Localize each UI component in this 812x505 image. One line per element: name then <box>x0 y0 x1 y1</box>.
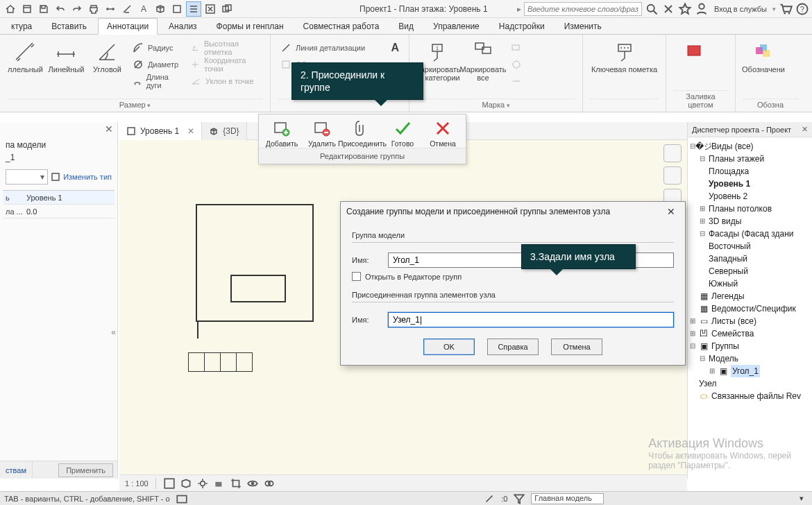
hide-isolate-icon[interactable] <box>246 477 259 490</box>
group-cancel-button[interactable]: Отмена <box>423 119 463 148</box>
group-add-button[interactable]: Добавить <box>262 119 302 148</box>
properties-tab[interactable]: ствам <box>0 461 33 479</box>
tab-massing[interactable]: Формы и генплан <box>208 19 292 34</box>
dialog-close-button[interactable]: ✕ <box>663 206 679 217</box>
dim-diameter-button[interactable]: Диаметр <box>130 57 183 72</box>
tag-small2[interactable] <box>508 57 525 72</box>
sun-path-icon[interactable] <box>196 477 209 490</box>
search-input[interactable] <box>524 2 642 16</box>
svg-point-21 <box>627 47 629 49</box>
close-icon[interactable]: ✕ <box>802 125 808 134</box>
nav-home-icon[interactable] <box>663 144 682 162</box>
view-tab-level1[interactable]: Уровень 1 ✕ <box>119 122 202 140</box>
detail-group-name-input[interactable] <box>388 312 674 327</box>
tab-modify[interactable]: Изменить <box>556 19 610 34</box>
dim-radial-button[interactable]: Радиус <box>130 40 183 55</box>
property-row: ла ...0.0 <box>3 205 115 219</box>
status-icon[interactable]: ▾ <box>795 493 808 505</box>
close-icon[interactable]: ✕ <box>187 126 194 136</box>
spot-elevation-button[interactable]: Высотная отметка <box>187 40 263 55</box>
select-links-icon[interactable] <box>483 493 496 505</box>
signin-link[interactable]: Вход в службы <box>711 5 770 13</box>
workset-icon[interactable] <box>176 493 188 505</box>
tab-architecture[interactable]: ктура <box>3 19 40 34</box>
crop-icon[interactable] <box>230 477 242 490</box>
nav-cube-icon[interactable] <box>663 166 682 185</box>
fill-button[interactable] <box>673 37 715 90</box>
reveal-icon[interactable] <box>263 477 276 490</box>
detail-level-icon[interactable] <box>163 477 176 490</box>
tab-annotate[interactable]: Аннотации <box>98 18 158 35</box>
group-label-dimension[interactable]: Размер <box>7 99 263 110</box>
open-in-editor-checkbox[interactable]: Открыть в Редакторе групп <box>352 272 674 281</box>
dim-aligned-button[interactable]: ллельный <box>7 37 44 99</box>
redo-icon[interactable] <box>69 1 85 17</box>
save-icon[interactable] <box>36 1 51 17</box>
measure-icon[interactable] <box>103 1 118 17</box>
exchange-icon[interactable] <box>661 2 675 16</box>
group-remove-button[interactable]: Удалить <box>302 119 342 148</box>
close-hidden-icon[interactable] <box>203 1 218 17</box>
visual-style-icon[interactable] <box>180 477 192 490</box>
tab-manage[interactable]: Управление <box>425 19 488 34</box>
collapse-icon[interactable]: « <box>111 327 116 337</box>
tag-small3[interactable] <box>508 74 525 89</box>
main-model-combo[interactable]: Главная модель <box>531 493 604 504</box>
star-icon[interactable] <box>678 2 692 16</box>
tab-collaborate[interactable]: Совместная работа <box>295 19 388 34</box>
view-tab-3d[interactable]: {3D} <box>202 122 246 140</box>
tag-all-button[interactable]: Маркировать все <box>462 37 504 99</box>
help-button[interactable]: Справка <box>487 339 539 355</box>
edit-type-button[interactable]: Изменить тип <box>51 172 112 182</box>
svg-point-5 <box>699 3 704 9</box>
keynote-button[interactable]: Ключевая пометка <box>590 37 659 99</box>
switch-windows-icon[interactable] <box>219 1 235 17</box>
recent-icon[interactable] <box>19 1 35 17</box>
thin-lines-icon[interactable] <box>186 1 201 17</box>
group-edit-panel: Добавить Удалить Присоединить Готово Отм… <box>258 114 466 164</box>
dim-angular-button[interactable]: Угловой <box>89 37 126 99</box>
group-finish-button[interactable]: Готово <box>382 119 423 148</box>
group-label-symbol: Обозна <box>743 99 798 110</box>
browser-tree[interactable]: ⊟�ジВиды (все) ⊟Планы этажей Площадка Уро… <box>688 137 812 405</box>
help-icon[interactable]: ? <box>795 2 809 16</box>
detail-line-button[interactable]: Линия детализации <box>278 40 384 55</box>
section-icon[interactable] <box>169 1 185 17</box>
spot-slope-button[interactable]: Уклон в точке <box>187 74 263 89</box>
instance-filter-dropdown[interactable]: ▾ <box>6 169 48 185</box>
tab-insert[interactable]: Вставить <box>43 19 95 34</box>
view-tab-label: {3D} <box>223 126 239 136</box>
shadows-icon[interactable] <box>213 477 226 490</box>
group-panel-title: Редактирование группы <box>259 148 466 164</box>
dim-arc-length-button[interactable]: Длина дуги <box>130 74 183 89</box>
svg-point-7 <box>788 12 790 15</box>
cancel-button[interactable]: Отмена <box>551 339 602 355</box>
spot-coordinate-button[interactable]: Координата точки <box>187 57 263 72</box>
group-label-tag[interactable]: Марка <box>416 99 575 110</box>
ok-button[interactable]: OK <box>423 339 475 355</box>
group-attach-button[interactable]: Присоединить <box>342 119 382 148</box>
svg-rect-38 <box>177 495 187 502</box>
print-icon[interactable] <box>86 1 101 17</box>
dim-linear-button[interactable]: Линейный <box>48 37 85 99</box>
view-tab-label: Уровень 1 <box>140 126 179 136</box>
box-icon[interactable] <box>153 1 168 17</box>
home-icon[interactable] <box>3 1 18 17</box>
undo-icon[interactable] <box>53 1 68 17</box>
scale-label[interactable]: 1 : 100 <box>125 479 149 488</box>
search-icon[interactable] <box>645 2 659 16</box>
align-icon[interactable] <box>119 1 135 17</box>
symbol-button[interactable]: Обозначени <box>743 37 784 99</box>
tab-view[interactable]: Вид <box>390 19 422 34</box>
tag-small1[interactable] <box>508 40 525 55</box>
text-a-button[interactable]: A <box>388 40 402 55</box>
svg-point-37 <box>269 481 273 486</box>
close-icon[interactable]: ✕ <box>105 123 113 135</box>
cart-icon[interactable] <box>779 2 793 16</box>
user-icon[interactable] <box>695 2 709 16</box>
text-icon[interactable]: A <box>136 1 151 17</box>
apply-button[interactable]: Применить <box>58 463 113 477</box>
filter-icon[interactable] <box>513 493 525 505</box>
tab-addins[interactable]: Надстройки <box>491 19 553 34</box>
tab-analyze[interactable]: Анализ <box>160 19 205 34</box>
